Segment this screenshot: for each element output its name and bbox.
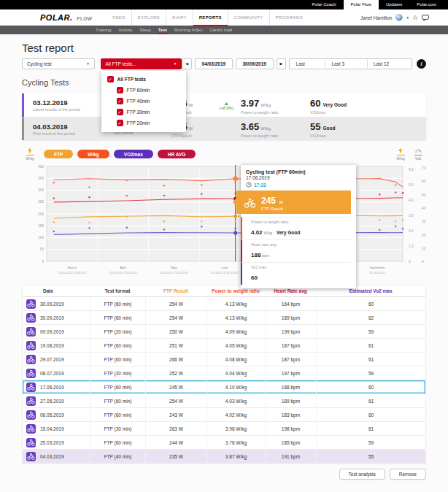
row-power-to-weight: 4.08 W/kg (206, 353, 265, 366)
table-row[interactable]: 30.09.2019FTP (60 min)254 W4.13 W/kg164 … (23, 297, 425, 311)
row-test-format: FTP (60 min) (90, 311, 145, 324)
row-date: 29.07.2019 (40, 357, 64, 362)
row-test-format: FTP (60 min) (90, 297, 145, 310)
sport-select[interactable]: Cycling test ▼ (22, 58, 95, 69)
row-heart-rate-avg: 185 bpm (265, 436, 316, 449)
results-chart[interactable]: 4003503002502001501005006.05.04.03.02.01… (22, 162, 426, 276)
subnav-item-test[interactable]: Test (158, 26, 168, 34)
chevron-down-icon[interactable]: ▾ (406, 15, 409, 20)
chart-block: W/kg FTPW/kgVO2maxHR AVG W/kg Vo2 400350… (22, 146, 426, 276)
dropdown-option-ftp-20min[interactable]: ✓FTP 20min (101, 118, 186, 128)
remove-button[interactable]: Remove (390, 469, 426, 480)
column-header-test-format: Test format (90, 288, 145, 293)
checkbox-checked-icon[interactable]: ✓ (117, 98, 123, 104)
svg-text:150: 150 (38, 224, 44, 228)
test-type-select[interactable]: All FTP tests... ▼ ✓All FTP tests✓FTP 60… (101, 58, 182, 69)
user-name[interactable]: Janet Hamilton (360, 15, 392, 20)
svg-text:5.0: 5.0 (409, 183, 414, 187)
row-vo2-max: 59 (316, 436, 425, 449)
row-heart-rate-avg: 198 bpm (265, 422, 316, 435)
tooltip-metric-power: Power to weight ratio 4.02W/kgVery Good (241, 217, 351, 239)
table-row[interactable]: 17.06.2019FTP (60 min)245 W4.10 W/kg188 … (23, 380, 425, 394)
nav-item-programs[interactable]: PROGRAMS (269, 9, 309, 26)
cyclist-icon (26, 299, 36, 309)
row-date: 08.07.2019 (40, 371, 64, 376)
next-period-button[interactable]: ▶ (277, 58, 287, 69)
table-row[interactable]: 25.03.2019FTP (60 min)244 W3.78 W/kg185 … (23, 436, 425, 450)
row-power-to-weight: 4.02 W/kg (206, 408, 265, 421)
topbar-link-polar-com[interactable]: Polar.com (409, 0, 444, 9)
dropdown-option-ftp-40min[interactable]: ✓FTP 40min (101, 96, 186, 107)
favorites-star-icon[interactable]: ☆ (412, 15, 418, 21)
row-power-to-weight: 4.04 W/kg (206, 366, 265, 380)
row-ftp-result: 244 W (145, 436, 206, 449)
summary-vo2-value: 55 (310, 121, 320, 132)
date-cell: 29.07.2019 (23, 353, 90, 366)
legend-pill-ftp[interactable]: FTP (44, 150, 73, 158)
dropdown-option-all-ftp-tests[interactable]: ✓All FTP tests (101, 74, 186, 85)
legend-pill-w-kg[interactable]: W/kg (77, 150, 109, 158)
date-cell: 30.09.2019 (23, 297, 90, 310)
subnav-item-training[interactable]: Training (95, 26, 112, 34)
svg-text:June: June (221, 266, 228, 269)
nav-item-reports[interactable]: REPORTS (193, 9, 228, 26)
table-row[interactable]: 19.08.2019FTP (60 min)251 W4.05 W/kg187 … (23, 339, 425, 353)
table-row[interactable]: 09.09.2019FTP (20 min)250 W4.09 W/kg199 … (23, 325, 425, 339)
table-row[interactable]: 06.05.2019FTP (60 min)243 W4.02 W/kg183 … (23, 408, 425, 422)
dropdown-option-ftp-30min[interactable]: ✓FTP 30min (101, 107, 186, 118)
prev-period-button[interactable]: ◀ (182, 58, 192, 69)
checkbox-checked-icon[interactable]: ✓ (107, 76, 114, 82)
legend-pill-vo2max[interactable]: VO2max (114, 150, 153, 158)
checkbox-checked-icon[interactable]: ✓ (117, 109, 123, 115)
svg-text:0: 0 (422, 260, 424, 264)
table-row[interactable]: 27.05.2019FTP (60 min)254 W4.03 W/kg189 … (23, 394, 425, 408)
chart-legend: W/kg FTPW/kgVO2maxHR AVG W/kg Vo2 (22, 146, 426, 162)
topbar-link-updates[interactable]: Updates (379, 0, 409, 9)
subnav-item-sleep[interactable]: Sleep (139, 26, 151, 34)
svg-text:25-3 4-10 11-17: 25-3 4-10 11-17 (370, 272, 385, 274)
topbar: Polar CoachPolar FlowUpdatesPolar.com (0, 0, 448, 9)
nav-item-explore[interactable]: EXPLORE (131, 9, 166, 26)
dropdown-option-label: All FTP tests (117, 77, 146, 82)
date-from-input[interactable]: 04/03/2019 (195, 58, 233, 69)
range-button-last-month[interactable]: Last month (290, 59, 325, 69)
dropdown-option-ftp-60min[interactable]: ✓FTP 60min (101, 85, 186, 96)
feedback-bubble-icon[interactable] (422, 15, 429, 21)
table-row[interactable]: 15.04.2019FTP (30 min)263 W3.98 W/kg198 … (23, 422, 425, 436)
table-row[interactable]: 04.03.2019FTP (40 min)235 W3.87 W/kg191 … (23, 450, 425, 464)
nav-item-feed[interactable]: FEED (107, 9, 131, 26)
nav-item-diary[interactable]: DIARY (166, 9, 193, 26)
info-icon[interactable]: i (417, 59, 426, 69)
checkbox-checked-icon[interactable]: ✓ (117, 120, 123, 126)
subnav-item-running-index[interactable]: Running Index (174, 26, 204, 34)
row-date: 15.04.2019 (40, 426, 64, 431)
summary-vo2-caption: VO2max (310, 134, 426, 138)
tooltip-ftp-value: 245 (261, 196, 276, 206)
table-row[interactable]: 30.09.2019FTP (60 min)254 W4.13 W/kg189 … (23, 311, 425, 325)
chevron-down-icon: ▼ (174, 62, 177, 66)
summary-ftp-caption: FTP Result (171, 134, 193, 138)
range-button-last-12-months[interactable]: Last 12 months (367, 59, 412, 69)
row-vo2-max: 61 (316, 422, 425, 435)
row-heart-rate-avg: 187 bpm (265, 353, 316, 366)
avatar[interactable] (395, 14, 403, 21)
topbar-link-polar-coach[interactable]: Polar Coach (305, 0, 344, 9)
nav-item-community[interactable]: COMMUNITY (228, 9, 269, 26)
row-ftp-result: 235 W (145, 450, 206, 463)
subnav-item-cardio-load[interactable]: Cardio load (209, 26, 233, 34)
topbar-link-polar-flow[interactable]: Polar Flow (344, 0, 379, 9)
row-date: 17.06.2019 (40, 385, 64, 390)
row-test-format: FTP (20 min) (90, 366, 145, 380)
polar-logo[interactable]: POLAR. FLOW (40, 13, 92, 22)
legend-pill-hr-avg[interactable]: HR AVG (158, 150, 196, 158)
summary-wkg-unit: W/kg (260, 103, 271, 107)
table-row[interactable]: 08.07.2019FTP (20 min)252 W4.04 W/kg197 … (23, 366, 425, 380)
test-analysis-button[interactable]: Test analysis (339, 469, 385, 480)
subnav-item-activity[interactable]: Activity (117, 26, 133, 34)
date-to-input[interactable]: 30/09/2019 (236, 58, 274, 69)
table-row[interactable]: 29.07.2019FTP (60 min)266 W4.08 W/kg187 … (23, 353, 425, 366)
cyclist-icon (26, 355, 36, 364)
range-button-last-3-months[interactable]: Last 3 months (325, 59, 367, 69)
checkbox-checked-icon[interactable]: ✓ (117, 87, 123, 93)
svg-text:250: 250 (38, 200, 44, 204)
